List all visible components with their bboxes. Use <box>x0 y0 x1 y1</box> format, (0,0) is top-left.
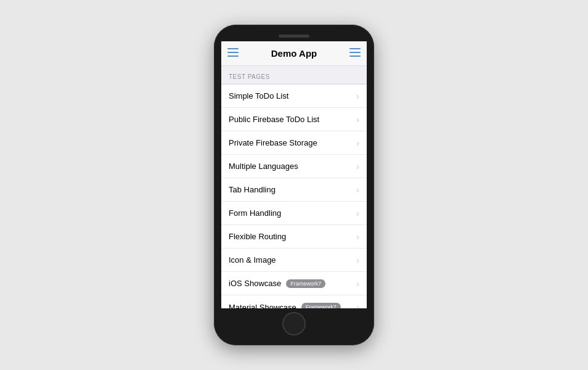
menu-list: Simple ToDo List›Public Firebase ToDo Li… <box>221 84 367 308</box>
list-item-label: Public Firebase ToDo List <box>229 115 319 124</box>
phone-top <box>221 32 367 41</box>
home-button[interactable] <box>282 312 306 335</box>
list-item[interactable]: iOS ShowcaseFramework7› <box>221 272 367 295</box>
list-item-left: Multiple Languages <box>229 162 298 171</box>
list-item[interactable]: Flexible Routing› <box>221 225 367 249</box>
list-item[interactable]: Form Handling› <box>221 202 367 225</box>
chevron-right-icon: › <box>356 185 359 195</box>
phone-bottom <box>221 308 367 338</box>
list-item-left: Form Handling <box>229 208 281 218</box>
chevron-right-icon: › <box>356 115 359 125</box>
framework-badge: Framework7 <box>286 279 325 288</box>
chevron-right-icon: › <box>356 138 359 148</box>
app-header: Demo App <box>221 41 367 66</box>
svg-rect-3 <box>349 48 361 49</box>
phone-frame: Demo App TEST PAGES Simple ToDo List›Pub… <box>214 25 374 345</box>
list-item-label: Private Firebase Storage <box>229 138 317 147</box>
list-item[interactable]: Tab Handling› <box>221 178 367 202</box>
list-item-label: Tab Handling <box>229 185 276 194</box>
chevron-right-icon: › <box>356 208 359 218</box>
list-item-label: Form Handling <box>229 208 281 218</box>
chevron-right-icon: › <box>356 232 359 242</box>
chevron-right-icon: › <box>356 255 359 265</box>
svg-rect-4 <box>349 52 361 53</box>
app-content: TEST PAGES Simple ToDo List›Public Fireb… <box>221 66 367 308</box>
list-item-label: Material Showcase <box>229 303 296 309</box>
list-item-label: Icon & Image <box>229 255 276 265</box>
list-item-left: Material ShowcaseFramework7 <box>229 303 341 309</box>
list-item-label: Simple ToDo List <box>229 91 288 101</box>
left-menu-icon[interactable] <box>227 48 239 59</box>
list-item-left: Public Firebase ToDo List <box>229 115 319 124</box>
framework-badge: Framework7 <box>301 303 341 308</box>
list-item-left: Simple ToDo List <box>229 91 288 101</box>
list-item-left: Icon & Image <box>229 255 276 265</box>
list-item[interactable]: Icon & Image› <box>221 249 367 272</box>
svg-rect-5 <box>349 56 361 57</box>
list-item[interactable]: Material ShowcaseFramework7› <box>221 295 367 308</box>
list-item[interactable]: Multiple Languages› <box>221 155 367 178</box>
svg-rect-2 <box>227 56 239 57</box>
list-item-left: Flexible Routing <box>229 232 286 241</box>
phone-screen: Demo App TEST PAGES Simple ToDo List›Pub… <box>221 41 367 308</box>
list-item-label: iOS Showcase <box>229 279 281 288</box>
list-item[interactable]: Simple ToDo List› <box>221 84 367 108</box>
svg-rect-1 <box>227 52 239 53</box>
app-title: Demo App <box>271 48 317 59</box>
chevron-right-icon: › <box>356 302 359 308</box>
list-item-label: Multiple Languages <box>229 162 298 171</box>
list-item-left: Private Firebase Storage <box>229 138 317 147</box>
speaker <box>279 35 309 38</box>
list-item-label: Flexible Routing <box>229 232 286 241</box>
list-item[interactable]: Public Firebase ToDo List› <box>221 108 367 131</box>
chevron-right-icon: › <box>356 91 359 101</box>
list-item-left: iOS ShowcaseFramework7 <box>229 279 325 288</box>
section-header: TEST PAGES <box>221 66 367 84</box>
chevron-right-icon: › <box>356 162 359 171</box>
svg-rect-0 <box>227 48 239 49</box>
chevron-right-icon: › <box>356 279 359 289</box>
list-item[interactable]: Private Firebase Storage› <box>221 131 367 155</box>
list-item-left: Tab Handling <box>229 185 276 194</box>
right-menu-icon[interactable] <box>349 48 361 59</box>
